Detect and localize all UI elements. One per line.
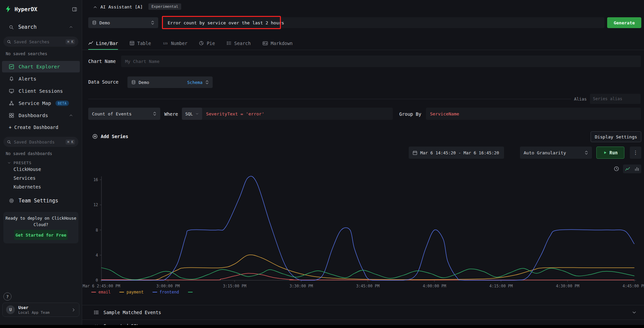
aggregation-select[interactable]: Count of Events — [88, 108, 160, 120]
chart-name-field — [121, 56, 641, 67]
where-expression[interactable]: SeverityText = 'error' — [202, 111, 264, 116]
where-field[interactable]: SQL SeverityText = 'error' — [182, 108, 393, 120]
ai-assistant-collapse-icon[interactable] — [93, 5, 97, 9]
history-clock-icon[interactable] — [614, 166, 619, 172]
search-icon — [7, 40, 11, 44]
line-chart[interactable]: 0481216Mar 6 2:45:00 PM3:00:00 PM3:15:00… — [82, 174, 644, 293]
sidebar-item-client-sessions[interactable]: Client Sessions — [2, 85, 80, 97]
legend-item[interactable]: frontend — [152, 290, 179, 294]
line-chart-icon — [88, 41, 93, 46]
play-icon — [603, 151, 607, 155]
group-by-expression: ServiceName — [430, 111, 459, 116]
ai-assistant-title: AI Assistant [A] — [100, 4, 143, 9]
data-source-value: Demo — [139, 80, 149, 85]
chevron-up-icon[interactable] — [69, 25, 73, 29]
more-options-button[interactable]: ⋮ — [630, 147, 641, 159]
sql-mode-toggle[interactable]: SQL — [182, 108, 202, 120]
saved-searches-input[interactable] — [14, 39, 63, 44]
bar-mode-button[interactable] — [632, 165, 641, 173]
legend-item[interactable]: payment — [119, 290, 144, 294]
svg-text:4: 4 — [96, 253, 98, 258]
tab-table[interactable]: Table — [129, 37, 151, 50]
svg-text:16: 16 — [93, 177, 98, 182]
add-series-button[interactable]: Add Series — [92, 132, 128, 141]
ai-prompt-input[interactable] — [167, 20, 600, 25]
monitor-icon — [9, 88, 14, 94]
sidebar-section-search[interactable]: Search — [0, 23, 82, 31]
collapse-sidebar-icon[interactable] — [72, 7, 77, 12]
svg-text:4:00:00 PM: 4:00:00 PM — [423, 284, 446, 288]
promo-text: Ready to deploy on ClickHouse Cloud? — [5, 215, 77, 228]
group-by-field[interactable]: ServiceName — [426, 108, 641, 120]
legend-label: frontend — [160, 290, 179, 294]
table-icon — [129, 41, 135, 46]
series-payment — [101, 255, 634, 280]
logo-row: HyperDX — [0, 4, 82, 14]
time-range-picker[interactable]: Mar 6 14:45:20 - Mar 6 16:45:20 — [409, 147, 504, 159]
presets-label: PRESETS — [14, 161, 31, 165]
svg-text:4:30:00 PM: 4:30:00 PM — [556, 284, 579, 288]
generate-button[interactable]: Generate — [607, 17, 641, 28]
tab-pie[interactable]: Pie — [199, 37, 215, 50]
svg-text:3:45:00 PM: 3:45:00 PM — [356, 284, 379, 288]
add-series-label: Add Series — [101, 134, 128, 139]
tab-number[interactable]: 123 Number — [163, 37, 188, 50]
granularity-select[interactable]: Auto Granularity — [520, 147, 592, 159]
saved-searches-search[interactable]: ⌘ K — [3, 37, 78, 47]
sidebar-item-service-map[interactable]: Service Map BETA — [2, 97, 80, 109]
get-started-button[interactable]: Get Started for Free — [14, 230, 68, 240]
preset-item-services[interactable]: Services — [14, 175, 35, 181]
chart-name-label: Chart Name — [88, 59, 116, 64]
chevron-down-icon — [195, 112, 199, 115]
svg-text:0: 0 — [96, 278, 98, 283]
tab-search[interactable]: Search — [226, 37, 251, 50]
presets-header[interactable]: PRESETS — [0, 160, 82, 166]
schema-link[interactable]: Schema — [187, 80, 202, 85]
no-saved-dashboards-text: No saved dashboards — [6, 151, 52, 156]
svg-text:4:15:00 PM: 4:15:00 PM — [489, 284, 512, 288]
where-label: Where — [164, 111, 178, 117]
app-title: HyperDX — [15, 6, 37, 13]
preset-item-kubernetes[interactable]: Kubernetes — [14, 184, 41, 190]
data-source-select[interactable]: Demo Schema — [127, 76, 213, 88]
sidebar-item-label: Dashboards — [19, 113, 48, 118]
sidebar-item-team-settings[interactable]: Team Settings — [0, 196, 82, 206]
sidebar-item-label: Chart Explorer — [19, 64, 60, 69]
sidebar-item-dashboards[interactable]: Dashboards — [2, 110, 80, 121]
tab-markdown[interactable]: Markdown — [262, 37, 293, 50]
gear-icon — [9, 198, 14, 203]
chart-name-input[interactable] — [125, 59, 637, 64]
sample-matched-events-section[interactable]: Sample Matched Events — [82, 305, 644, 320]
create-dashboard-button[interactable]: + Create Dashboard — [9, 125, 58, 130]
alias-field — [590, 94, 641, 104]
chevron-down-icon[interactable] — [632, 310, 637, 315]
ai-source-select[interactable]: Demo — [88, 17, 158, 28]
aggregation-value: Count of Events — [92, 111, 132, 116]
sidebar-item-alerts[interactable]: Alerts — [2, 73, 80, 85]
run-button[interactable]: Run — [596, 147, 624, 159]
preset-item-clickhouse[interactable]: ClickHouse — [14, 167, 41, 172]
saved-dashboards-search[interactable]: ⌘ K — [3, 137, 78, 147]
chevron-up-icon[interactable] — [69, 113, 73, 117]
legend-item[interactable] — [188, 292, 195, 292]
saved-dashboards-input[interactable] — [14, 139, 63, 145]
no-saved-searches-text: No saved searches — [6, 51, 47, 56]
tab-label: Markdown — [271, 41, 293, 46]
main-content: AI Assistant [A] Experimental Demo Gener… — [82, 0, 644, 328]
display-settings-button[interactable]: Display Settings — [591, 131, 641, 142]
dots-vertical-icon: ⋮ — [633, 150, 638, 156]
sidebar-item-chart-explorer[interactable]: Chart Explorer — [2, 61, 80, 72]
search-icon — [7, 140, 11, 144]
line-mode-button[interactable] — [623, 165, 632, 173]
tab-line-bar[interactable]: Line/Bar — [88, 37, 118, 50]
team-settings-label: Team Settings — [19, 198, 58, 204]
list-icon — [226, 41, 232, 46]
svg-text:Mar 6 2:45:00 PM: Mar 6 2:45:00 PM — [83, 284, 120, 288]
sidebar: HyperDX Search ⌘ K No saved searches Cha… — [0, 0, 82, 328]
user-menu[interactable]: U User Local App Team — [2, 303, 79, 317]
help-button[interactable]: ? — [3, 292, 11, 301]
svg-text:3:30:00 PM: 3:30:00 PM — [289, 284, 313, 288]
legend-item[interactable]: email — [91, 290, 111, 294]
group-by-label: Group By — [399, 111, 421, 117]
alias-input[interactable] — [593, 96, 638, 101]
